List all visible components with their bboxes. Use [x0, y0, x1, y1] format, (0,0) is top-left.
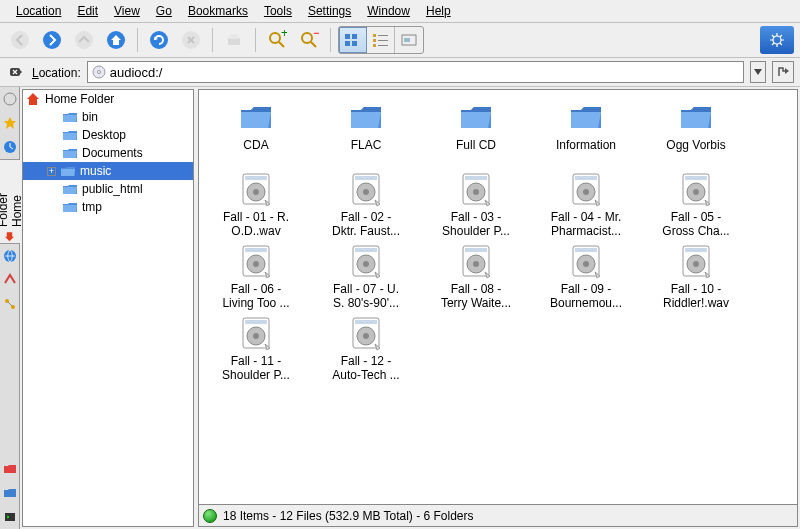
file-item[interactable]: Fall - 07 - U.S. 80's-90'... [313, 242, 419, 310]
folder-icon [62, 199, 78, 215]
tree-item[interactable]: bin [23, 108, 193, 126]
tree-item[interactable]: public_html [23, 180, 193, 198]
menu-location[interactable]: Location [8, 2, 69, 20]
file-item[interactable]: Fall - 10 -Riddler!.wav [643, 242, 749, 310]
menu-window[interactable]: Window [359, 2, 418, 20]
sidetab-devices[interactable] [0, 292, 20, 316]
menu-view[interactable]: View [106, 2, 148, 20]
audio-file-icon [567, 242, 605, 280]
tree-item[interactable]: +music [23, 162, 193, 180]
file-item[interactable]: Fall - 08 -Terry Waite... [423, 242, 529, 310]
menu-bookmarks[interactable]: Bookmarks [180, 2, 256, 20]
sidetab-terminal[interactable] [0, 505, 20, 529]
item-label: Fall - 09 -Bournemou... [550, 282, 622, 310]
file-item[interactable]: Fall - 05 -Gross Cha... [643, 170, 749, 238]
folder-item[interactable]: FLAC [313, 98, 419, 166]
folder-item[interactable]: Full CD [423, 98, 529, 166]
svg-rect-14 [345, 34, 350, 39]
item-label: Fall - 05 -Gross Cha... [662, 210, 729, 238]
tree-item[interactable]: Documents [23, 144, 193, 162]
svg-rect-58 [245, 248, 267, 252]
icon-view-button[interactable] [339, 27, 367, 53]
menu-tools[interactable]: Tools [256, 2, 300, 20]
file-item[interactable]: Fall - 02 -Dktr. Faust... [313, 170, 419, 238]
svg-rect-46 [465, 176, 487, 180]
up-button[interactable] [70, 26, 98, 54]
file-pane: CDAFLACFull CDInformationOgg VorbisFall … [198, 89, 798, 527]
sidetab-bookmark[interactable] [0, 111, 20, 135]
folder-item[interactable]: Ogg Vorbis [643, 98, 749, 166]
audio-file-icon [567, 170, 605, 208]
item-label: FLAC [351, 138, 382, 166]
sidetab-home-folder[interactable]: Home Folder [0, 159, 20, 244]
file-item[interactable]: Fall - 12 -Auto-Tech ... [313, 314, 419, 382]
svg-rect-23 [378, 45, 388, 46]
menu-edit[interactable]: Edit [69, 2, 106, 20]
home-button[interactable] [102, 26, 130, 54]
sidetab-globe[interactable] [0, 87, 20, 111]
svg-rect-82 [355, 320, 377, 324]
file-item[interactable]: Fall - 04 - Mr.Pharmacist... [533, 170, 639, 238]
back-button[interactable] [6, 26, 34, 54]
menu-help[interactable]: Help [418, 2, 459, 20]
clear-location-button[interactable] [6, 62, 26, 82]
detail-view-button[interactable] [395, 27, 423, 53]
main-area: Home Folder Home Folder binDesktopDocume… [0, 87, 800, 529]
print-button[interactable] [220, 26, 248, 54]
item-label: Fall - 04 - Mr.Pharmacist... [551, 210, 622, 238]
svg-rect-78 [245, 320, 267, 324]
svg-point-44 [363, 189, 369, 195]
forward-button[interactable] [38, 26, 66, 54]
audio-file-icon [347, 170, 385, 208]
item-label: Ogg Vorbis [666, 138, 725, 166]
reload-button[interactable] [145, 26, 173, 54]
toolbar: + − [0, 23, 800, 58]
folder-item[interactable]: CDA [203, 98, 309, 166]
item-label: Fall - 03 -Shoulder P... [442, 210, 510, 238]
sidetab-history[interactable] [0, 135, 20, 159]
svg-point-48 [473, 189, 479, 195]
tree-root[interactable]: Home Folder [23, 90, 193, 108]
file-item[interactable]: Fall - 01 - R.O.D..wav [203, 170, 309, 238]
svg-point-29 [97, 71, 100, 74]
zoom-in-button[interactable]: + [263, 26, 291, 54]
svg-text:+: + [281, 30, 287, 40]
tree-item[interactable]: Desktop [23, 126, 193, 144]
svg-rect-18 [373, 34, 376, 37]
item-label: CDA [243, 138, 268, 166]
item-label: Fall - 10 -Riddler!.wav [663, 282, 729, 310]
folder-item[interactable]: Information [533, 98, 639, 166]
cd-icon [92, 65, 106, 79]
audio-file-icon [347, 314, 385, 352]
icon-view[interactable]: CDAFLACFull CDInformationOgg VorbisFall … [198, 89, 798, 505]
location-input[interactable] [110, 65, 739, 80]
location-history-dropdown[interactable] [750, 61, 766, 83]
svg-point-2 [75, 31, 93, 49]
sidetab-services[interactable] [0, 268, 20, 292]
svg-rect-22 [373, 44, 376, 47]
svg-point-40 [253, 189, 259, 195]
item-label: Fall - 11 -Shoulder P... [222, 354, 290, 382]
folder-icon [677, 98, 715, 136]
view-mode-group [338, 26, 424, 54]
go-button[interactable] [772, 61, 794, 83]
folder-icon [60, 163, 76, 179]
sidebar-tabs: Home Folder [0, 87, 20, 529]
sidetab-folder-blue[interactable] [0, 481, 20, 505]
file-item[interactable]: Fall - 03 -Shoulder P... [423, 170, 529, 238]
sidetab-folder-red[interactable] [0, 457, 20, 481]
file-item[interactable]: Fall - 06 -Living Too ... [203, 242, 309, 310]
menu-go[interactable]: Go [148, 2, 180, 20]
svg-point-26 [773, 36, 781, 44]
item-label: Fall - 06 -Living Too ... [222, 282, 289, 310]
tree-item[interactable]: tmp [23, 198, 193, 216]
menu-settings[interactable]: Settings [300, 2, 359, 20]
file-item[interactable]: Fall - 11 -Shoulder P... [203, 314, 309, 382]
file-item[interactable]: Fall - 09 -Bournemou... [533, 242, 639, 310]
stop-button[interactable] [177, 26, 205, 54]
audio-file-icon [457, 242, 495, 280]
list-view-button[interactable] [367, 27, 395, 53]
sidetab-network[interactable] [0, 244, 20, 268]
svg-rect-6 [228, 38, 240, 45]
zoom-out-button[interactable]: − [295, 26, 323, 54]
